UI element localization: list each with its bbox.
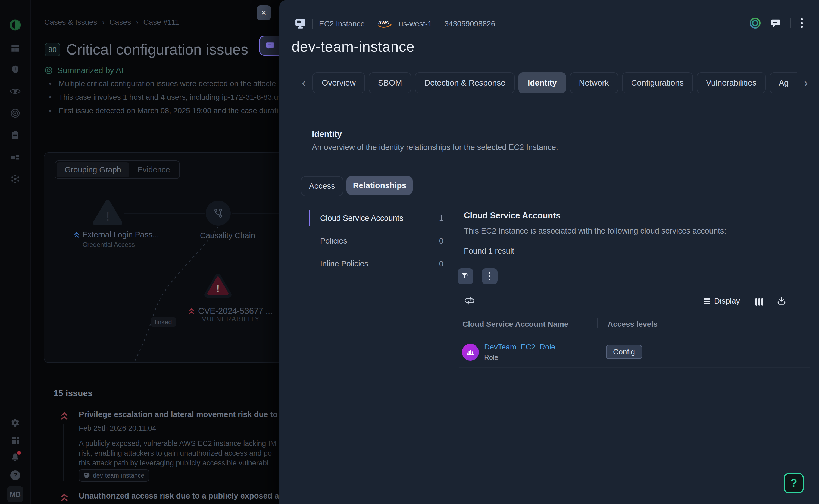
count-badge: 0 (439, 237, 444, 245)
asset-tabs: ‹ Overview SBOM Detection & Response Ide… (299, 72, 819, 93)
target-icon (10, 108, 20, 118)
breadcrumb-separator: › (102, 18, 105, 27)
tab-network[interactable]: Network (570, 72, 618, 93)
drawer-header-meta: EC2 Instance aws us-west-1 343059098826 (294, 16, 495, 31)
column-header-name[interactable]: Cloud Service Account Name (463, 320, 569, 329)
monitor-icon (84, 473, 90, 478)
cve-triangle-node[interactable]: ! (203, 273, 232, 299)
tab-sbom[interactable]: SBOM (369, 72, 411, 93)
sidebar-item-inventory[interactable] (0, 149, 30, 165)
breadcrumb-cases-issues[interactable]: Cases & Issues (44, 18, 97, 27)
svg-text:!: ! (105, 209, 109, 223)
issue-title[interactable]: Privilege escalation and lateral movemen… (79, 410, 279, 419)
chat-side-tab[interactable] (259, 36, 280, 56)
drawer-header-actions (749, 17, 804, 29)
tabs-scroll-right[interactable]: › (801, 77, 811, 89)
account-name-link[interactable]: DevTeam_EC2_Role (484, 343, 555, 351)
sidebar-item-discovery[interactable] (0, 83, 30, 99)
nav-policies[interactable]: Policies 0 (308, 231, 447, 251)
add-filter-button[interactable] (458, 268, 473, 284)
risk-score-badge: 90 (45, 43, 60, 56)
left-sidebar: ? MB (0, 0, 31, 504)
breadcrumb: Cases & Issues › Cases › Case #111 (44, 18, 179, 27)
download-icon (776, 296, 787, 307)
tab-overview[interactable]: Overview (312, 72, 365, 93)
tab-detection-response[interactable]: Detection & Response (415, 72, 515, 93)
count-badge: 1 (439, 214, 444, 223)
sidebar-item-notifications[interactable] (0, 449, 30, 465)
support-help-button[interactable]: ? (784, 473, 804, 493)
comment-icon[interactable] (771, 18, 781, 28)
issue-title[interactable]: Unauthorized access risk due to a public… (79, 492, 279, 500)
breadcrumb-cases[interactable]: Cases (109, 18, 131, 27)
nav-cloud-service-accounts[interactable]: Cloud Service Accounts 1 (308, 208, 447, 228)
shield-alert-icon (10, 64, 20, 75)
apps-grid-icon (10, 436, 20, 445)
orca-logo[interactable] (0, 17, 30, 33)
case-graph-card: Grouping Graph Evidence ! External Login… (44, 152, 286, 363)
aws-logo: aws (377, 19, 393, 29)
ai-summary-bullet: • First issue detected on March 08, 2025… (49, 106, 278, 115)
column-header-access-levels[interactable]: Access levels (608, 320, 658, 329)
breadcrumb-case-111[interactable]: Case #111 (143, 18, 179, 27)
sidebar-item-compliance[interactable] (0, 127, 30, 143)
eye-icon (10, 87, 21, 95)
panel-description: This EC2 Instance is associated with the… (464, 226, 726, 235)
table-options-button[interactable] (482, 268, 498, 284)
causality-chain-node[interactable] (206, 201, 231, 226)
divider (370, 19, 371, 29)
case-page-background: Cases & Issues › Cases › Case #111 90 Cr… (30, 0, 279, 504)
app-root: ? MB Cases & Issues › Cases › Case #111 … (0, 0, 819, 504)
toggle-relationships[interactable]: Relationships (346, 176, 413, 195)
sidebar-item-settings[interactable] (0, 415, 30, 431)
severity-chevrons-icon (60, 411, 69, 421)
orca-logo-icon (9, 19, 21, 31)
asset-chip[interactable]: dev-team-instance (79, 469, 149, 482)
severity-chevrons-icon (60, 492, 69, 503)
sidebar-item-help[interactable]: ? (0, 467, 30, 483)
toggle-access[interactable]: Access (301, 176, 343, 196)
menu-bars-icon (704, 297, 710, 305)
columns-button[interactable] (755, 298, 763, 306)
count-badge: 0 (439, 259, 444, 268)
asset-drawer: EC2 Instance aws us-west-1 343059098826 (279, 0, 819, 504)
issue-timeline (63, 424, 64, 481)
sidebar-item-alerts[interactable] (0, 61, 30, 78)
sidebar-item-dashboard[interactable] (0, 40, 30, 56)
kebab-menu-icon[interactable] (800, 17, 804, 29)
tabs-scroll-left[interactable]: ‹ (299, 77, 309, 89)
sidebar-item-cluster[interactable] (0, 171, 30, 187)
sidebar-item-attack-paths[interactable] (0, 105, 30, 121)
divider (312, 19, 313, 29)
alert-triangle-node[interactable]: ! (91, 199, 124, 228)
blocks-icon (10, 152, 20, 162)
divider (459, 367, 810, 368)
tab-vulnerabilities[interactable]: Vulnerabilities (697, 72, 766, 93)
notification-badge-dot (17, 451, 21, 455)
nav-inline-policies[interactable]: Inline Policies 0 (308, 253, 447, 274)
divider (597, 318, 598, 328)
account-id-label: 343059098826 (444, 20, 495, 28)
close-drawer-button[interactable]: ✕ (256, 5, 271, 20)
cve-node-label[interactable]: CVE-2024-53677 ... (198, 306, 272, 316)
ai-rings-icon[interactable] (749, 17, 761, 29)
sidebar-item-apps[interactable] (0, 432, 30, 449)
kebab-menu-icon (488, 272, 491, 281)
issue-description-line: A publicly exposed, vulnerable AWS EC2 i… (79, 439, 279, 448)
severity-chevrons-icon (188, 307, 195, 315)
tab-configurations[interactable]: Configurations (622, 72, 693, 93)
asset-title: dev-team-instance (291, 38, 415, 55)
refresh-button[interactable] (463, 295, 477, 307)
tab-identity[interactable]: Identity (519, 72, 566, 93)
user-avatar[interactable]: MB (7, 486, 23, 502)
download-button[interactable] (774, 295, 789, 308)
monitor-icon (294, 18, 306, 29)
alert-node-label[interactable]: External Login Pass... (82, 230, 159, 239)
panel-heading: Cloud Service Accounts (464, 211, 560, 221)
access-level-badge[interactable]: Config (606, 345, 642, 359)
display-menu-button[interactable]: Display (704, 297, 740, 305)
hard-hat-icon (466, 348, 475, 356)
divider (477, 270, 478, 282)
tab-agents-clipped[interactable]: Ag (770, 72, 798, 93)
edge-label-linked: linked (150, 317, 176, 327)
